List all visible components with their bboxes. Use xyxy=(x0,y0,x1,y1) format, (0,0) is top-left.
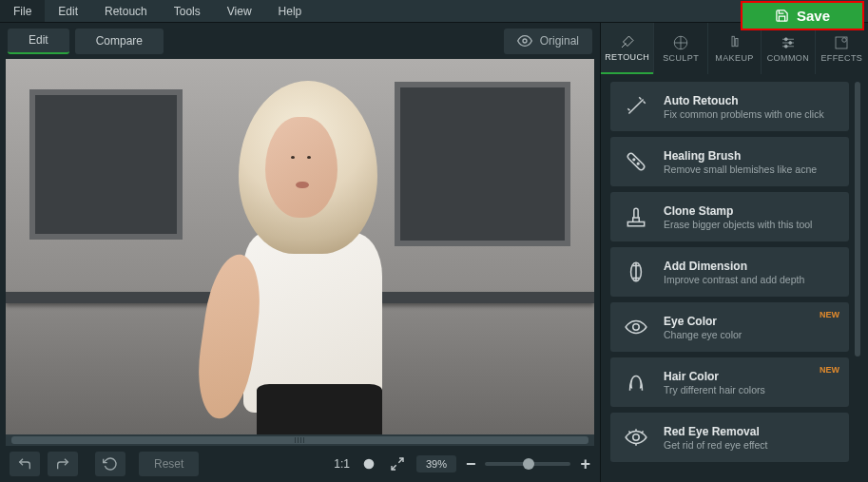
save-label: Save xyxy=(797,8,830,24)
tool-eye-color[interactable]: Eye ColorChange eye color NEW xyxy=(610,302,849,352)
undo-icon xyxy=(17,456,32,472)
vertical-scrollbar[interactable] xyxy=(855,82,860,474)
new-badge: NEW xyxy=(820,365,839,375)
tool-auto-retouch[interactable]: Auto RetouchFix common problems with one… xyxy=(610,82,849,131)
menu-retouch[interactable]: Retouch xyxy=(91,0,161,22)
svg-rect-5 xyxy=(732,36,734,47)
menu-tools[interactable]: Tools xyxy=(161,0,214,22)
svg-point-0 xyxy=(523,39,527,43)
tool-list: Auto RetouchFix common problems with one… xyxy=(610,82,849,474)
new-badge: NEW xyxy=(820,310,839,319)
zoom-value: 39% xyxy=(416,455,456,472)
svg-point-11 xyxy=(789,42,792,45)
svg-point-17 xyxy=(637,163,639,164)
menu-file[interactable]: File xyxy=(0,0,45,22)
eye-color-icon xyxy=(624,315,648,339)
undo-button[interactable] xyxy=(10,452,40,476)
stamp-icon xyxy=(624,204,648,229)
image-canvas[interactable] xyxy=(6,59,594,434)
reset-button[interactable]: Reset xyxy=(139,452,199,476)
svg-rect-6 xyxy=(735,39,737,47)
tool-healing-brush[interactable]: Healing BrushRemove small blemishes like… xyxy=(610,137,849,186)
tool-add-dimension[interactable]: Add DimensionImprove contrast and add de… xyxy=(610,247,849,297)
revert-button[interactable] xyxy=(95,452,125,476)
zoom-out-button[interactable]: − xyxy=(466,454,476,474)
bandage-icon xyxy=(624,149,648,174)
menu-view[interactable]: View xyxy=(214,0,265,22)
svg-rect-13 xyxy=(836,37,847,48)
svg-point-20 xyxy=(633,324,640,331)
edit-tab-button[interactable]: Edit xyxy=(8,29,69,54)
zoom-controls: 1:1 39% − + xyxy=(334,454,590,474)
view-toolbar: Edit Compare Original xyxy=(0,23,600,59)
save-button[interactable]: Save xyxy=(741,1,864,30)
hair-icon xyxy=(624,370,648,395)
svg-point-16 xyxy=(633,159,635,161)
svg-point-12 xyxy=(784,45,787,48)
tools-panel: RETOUCH SCULPT MAKEUP COMMON EFFECTS Aut… xyxy=(600,23,868,482)
svg-rect-15 xyxy=(627,152,646,171)
svg-point-10 xyxy=(784,38,787,41)
category-tabs: RETOUCH SCULPT MAKEUP COMMON EFFECTS xyxy=(601,23,868,74)
fit-face-button[interactable] xyxy=(359,456,378,472)
tab-makeup[interactable]: MAKEUP xyxy=(707,23,761,74)
compare-tab-button[interactable]: Compare xyxy=(75,29,164,54)
bottom-bar: Reset 1:1 39% − + xyxy=(0,446,600,482)
red-eye-icon xyxy=(624,425,648,450)
eye-icon xyxy=(517,33,532,48)
fullscreen-button[interactable] xyxy=(388,456,407,472)
zoom-slider[interactable] xyxy=(485,462,570,466)
svg-point-14 xyxy=(842,38,847,43)
menu-help[interactable]: Help xyxy=(265,0,316,22)
save-disk-icon xyxy=(775,9,789,23)
tab-common[interactable]: COMMON xyxy=(761,23,814,74)
horizontal-scrollbar[interactable] xyxy=(6,434,594,446)
revert-icon xyxy=(103,456,118,472)
tool-clone-stamp[interactable]: Clone StampErase bigger objects with thi… xyxy=(610,192,849,241)
face-icon xyxy=(361,456,376,472)
redo-icon xyxy=(55,456,70,472)
tool-hair-color[interactable]: Hair ColorTry different hair colors NEW xyxy=(610,357,849,407)
tab-effects[interactable]: EFFECTS xyxy=(815,23,868,74)
tab-retouch[interactable]: RETOUCH xyxy=(601,23,653,74)
fit-1to1-button[interactable]: 1:1 xyxy=(334,457,350,471)
svg-point-1 xyxy=(364,459,375,470)
svg-line-3 xyxy=(392,465,396,470)
wand-icon xyxy=(624,94,648,119)
dimension-icon xyxy=(624,260,648,284)
svg-point-21 xyxy=(633,434,640,441)
redo-button[interactable] xyxy=(48,452,78,476)
svg-rect-18 xyxy=(627,222,644,225)
tab-sculpt[interactable]: SCULPT xyxy=(653,23,706,74)
original-toggle[interactable]: Original xyxy=(504,29,592,54)
menu-edit[interactable]: Edit xyxy=(45,0,91,22)
zoom-in-button[interactable]: + xyxy=(580,454,590,474)
menu-bar: File Edit Retouch Tools View Help Save xyxy=(0,0,868,23)
svg-line-2 xyxy=(398,458,403,463)
original-label: Original xyxy=(540,34,579,48)
tool-red-eye[interactable]: Red Eye RemovalGet rid of red eye effect xyxy=(610,413,849,462)
expand-icon xyxy=(390,456,405,472)
